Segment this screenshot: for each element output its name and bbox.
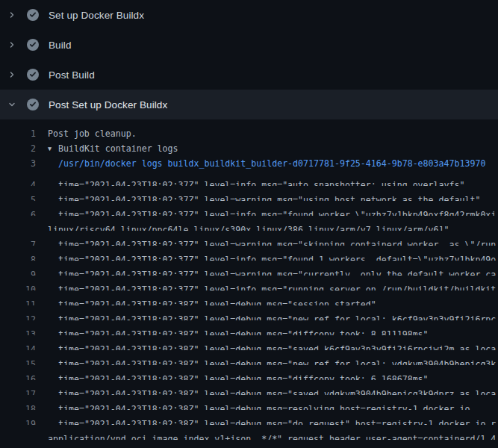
log-line-number[interactable]: 13 bbox=[0, 327, 36, 335]
log-line-number[interactable]: 11 bbox=[0, 297, 36, 305]
log-command-text: /usr/bin/docker logs buildx_buildkit_bui… bbox=[58, 156, 485, 171]
log-line-number[interactable]: 6 bbox=[0, 208, 36, 216]
log-lines: 1Post job cleanup.2▼BuildKit container l… bbox=[0, 119, 498, 448]
log-line: 18time="2021-04-23T18:02:38Z" level=debu… bbox=[0, 395, 498, 410]
log-line-number[interactable]: 8 bbox=[0, 252, 36, 261]
log-text: Post job cleanup. bbox=[48, 126, 137, 141]
log-group-label[interactable]: ▼BuildKit container logs bbox=[48, 141, 178, 156]
log-text: time="2021-04-23T18:02:38Z" level=debug … bbox=[58, 357, 496, 365]
log-line-number[interactable]: 18 bbox=[0, 402, 36, 410]
log-line: 8time="2021-04-23T18:02:37Z" level=info … bbox=[0, 246, 498, 261]
log-line: 1Post job cleanup. bbox=[0, 126, 498, 141]
log-text: time="2021-04-23T18:02:38Z" level=debug … bbox=[58, 387, 496, 395]
check-circle-icon bbox=[27, 69, 39, 81]
log-line: 5time="2021-04-23T18:02:37Z" level=warni… bbox=[0, 186, 498, 201]
log-line-number[interactable]: 16 bbox=[0, 372, 36, 380]
log-line: 14time="2021-04-23T18:02:38Z" level=debu… bbox=[0, 335, 498, 350]
log-text: time="2021-04-23T18:02:38Z" level=debug … bbox=[58, 417, 496, 425]
log-text: time="2021-04-23T18:02:37Z" level=warnin… bbox=[58, 267, 496, 276]
chevron-right-icon bbox=[6, 39, 18, 51]
log-text: time="2021-04-23T18:02:37Z" level=warnin… bbox=[58, 193, 480, 201]
log-text: time="2021-04-23T18:02:37Z" level=info m… bbox=[58, 282, 496, 290]
log-line: 7time="2021-04-23T18:02:37Z" level=warni… bbox=[0, 231, 498, 246]
step-header-build[interactable]: Build bbox=[0, 30, 498, 60]
log-text: linux/riscv64 linux/ppc64le linux/s390x … bbox=[48, 223, 449, 231]
step-header-post-build[interactable]: Post Build bbox=[0, 60, 498, 90]
log-line: 13time="2021-04-23T18:02:38Z" level=debu… bbox=[0, 320, 498, 335]
log-line: linux/riscv64 linux/ppc64le linux/s390x … bbox=[0, 216, 498, 231]
step-title: Post Set up Docker Buildx bbox=[49, 99, 167, 111]
log-line-number[interactable]: 12 bbox=[0, 312, 36, 320]
chevron-right-icon bbox=[6, 69, 18, 81]
log-line: 16time="2021-04-23T18:02:38Z" level=debu… bbox=[0, 365, 498, 380]
log-text: time="2021-04-23T18:02:37Z" level=info m… bbox=[58, 208, 496, 216]
log-line: 20time="2021-04-23T18:02:38Z" level=debu… bbox=[0, 440, 498, 448]
log-text: time="2021-04-23T18:02:38Z" level=debug … bbox=[58, 402, 470, 410]
log-line-number[interactable]: 1 bbox=[0, 126, 36, 141]
step-header-set-up-docker-buildx[interactable]: Set up Docker Buildx bbox=[0, 0, 498, 30]
log-text: time="2021-04-23T18:02:37Z" level=info m… bbox=[58, 178, 464, 186]
check-circle-icon bbox=[27, 39, 39, 51]
log-line: 17time="2021-04-23T18:02:38Z" level=debu… bbox=[0, 380, 498, 395]
log-line: 9time="2021-04-23T18:02:37Z" level=warni… bbox=[0, 261, 498, 276]
log-line-number[interactable]: 10 bbox=[0, 282, 36, 290]
log-line-number[interactable]: 2 bbox=[0, 141, 36, 156]
log-line: 4time="2021-04-23T18:02:37Z" level=info … bbox=[0, 171, 498, 186]
step-title: Set up Docker Buildx bbox=[49, 10, 144, 21]
log-line-number[interactable]: 7 bbox=[0, 237, 36, 246]
log-line: application/vnd.oci.image.index.v1+json,… bbox=[0, 425, 498, 440]
log-line: 12time="2021-04-23T18:02:38Z" level=debu… bbox=[0, 305, 498, 320]
log-line-number[interactable]: 9 bbox=[0, 267, 36, 276]
check-circle-icon bbox=[27, 99, 39, 111]
log-line-number[interactable]: 5 bbox=[0, 193, 36, 201]
log-line: 6time="2021-04-23T18:02:37Z" level=info … bbox=[0, 201, 498, 216]
log-line-number[interactable]: 4 bbox=[0, 178, 36, 186]
chevron-right-icon bbox=[6, 9, 18, 21]
log-line: 19time="2021-04-23T18:02:38Z" level=debu… bbox=[0, 410, 498, 425]
log-line-number[interactable]: 17 bbox=[0, 387, 36, 395]
log-text: time="2021-04-23T18:02:37Z" level=info m… bbox=[58, 252, 496, 261]
log-text: time="2021-04-23T18:02:38Z" level=debug … bbox=[58, 327, 429, 335]
log-text: time="2021-04-23T18:02:38Z" level=debug … bbox=[58, 372, 429, 380]
check-circle-icon bbox=[27, 9, 39, 21]
group-collapse-arrow-icon[interactable]: ▼ bbox=[48, 141, 58, 156]
log-line: 2▼BuildKit container logs bbox=[0, 141, 498, 156]
log-text: time="2021-04-23T18:02:38Z" level=debug … bbox=[58, 312, 496, 320]
step-title: Post Build bbox=[49, 69, 95, 81]
chevron-down-icon bbox=[6, 99, 18, 111]
log-line-number[interactable]: 19 bbox=[0, 417, 36, 425]
steps-list: Set up Docker Buildx Build Post Build Po… bbox=[0, 0, 498, 119]
log-text: application/vnd.oci.image.index.v1+json,… bbox=[48, 432, 496, 440]
log-line: 15time="2021-04-23T18:02:38Z" level=debu… bbox=[0, 350, 498, 365]
log-text: time="2021-04-23T18:02:38Z" level=debug … bbox=[58, 342, 496, 350]
log-line-number[interactable]: 14 bbox=[0, 342, 36, 350]
log-line: 10time="2021-04-23T18:02:37Z" level=info… bbox=[0, 276, 498, 290]
log-line-number[interactable]: 3 bbox=[0, 156, 36, 171]
log-line-number bbox=[0, 432, 36, 440]
step-header-post-set-up-docker-buildx[interactable]: Post Set up Docker Buildx bbox=[0, 90, 498, 119]
log-line: 3/usr/bin/docker logs buildx_buildkit_bu… bbox=[0, 156, 498, 171]
step-title: Build bbox=[49, 40, 72, 51]
log-text: time="2021-04-23T18:02:38Z" level=debug … bbox=[58, 297, 376, 305]
log-line-number[interactable]: 15 bbox=[0, 357, 36, 365]
log-text: time="2021-04-23T18:02:37Z" level=warnin… bbox=[58, 237, 496, 246]
log-line: 11time="2021-04-23T18:02:38Z" level=debu… bbox=[0, 290, 498, 305]
log-line-number bbox=[0, 223, 36, 231]
